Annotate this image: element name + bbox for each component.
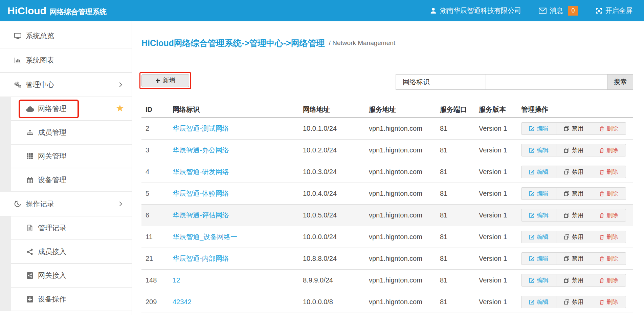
sidebar-item-gateway-management[interactable]: 网关管理 [11, 145, 132, 168]
network-name-link[interactable]: 华辰智通-内部网络 [173, 255, 229, 262]
disable-button[interactable]: 禁用 [556, 166, 591, 178]
edit-button[interactable]: 编辑 [521, 296, 556, 308]
delete-button[interactable]: 删除 [591, 166, 626, 178]
network-name-link[interactable]: 华辰智通-评估网络 [173, 211, 229, 219]
chevron-right-icon [118, 201, 124, 207]
operation-records-submenu: 管理记录 成员接入 网关接入 设备操作 [0, 216, 132, 311]
cell-network-name: 华辰智通-内部网络 [173, 254, 303, 263]
edit-button[interactable]: 编辑 [521, 231, 556, 243]
cell-id: 3 [146, 146, 173, 154]
edit-button[interactable]: 编辑 [521, 166, 556, 178]
sidebar-item-label: 网关接入 [38, 271, 66, 280]
sidebar-item-member-management[interactable]: 成员管理 [11, 121, 132, 145]
add-button[interactable]: 新增 [141, 74, 189, 87]
disable-button-label: 禁用 [572, 276, 583, 284]
cell-server-address: vpn1.hignton.com [369, 125, 440, 132]
sidebar-item-label: 系统总览 [26, 31, 54, 41]
cell-network-name: 42342 [173, 298, 303, 306]
disable-button[interactable]: 禁用 [556, 231, 591, 243]
delete-button[interactable]: 删除 [591, 231, 626, 243]
user-icon [430, 7, 437, 14]
cell-server-port: 81 [440, 211, 479, 219]
table-row: 4 华辰智通-研发网络 10.0.3.0/24 vpn1.hignton.com… [141, 161, 633, 183]
cell-actions: 编辑 禁用 删除 [521, 122, 633, 135]
disable-button[interactable]: 禁用 [556, 252, 591, 265]
app-logo[interactable]: HiCloud 网络综合管理系统 [7, 5, 107, 17]
delete-button[interactable]: 删除 [591, 144, 626, 156]
edit-button[interactable]: 编辑 [521, 144, 556, 156]
sidebar-item-device-operations[interactable]: 设备操作 [11, 288, 132, 311]
disable-button-label: 禁用 [572, 168, 583, 176]
network-name-link[interactable]: 华辰智通-研发网络 [173, 168, 229, 175]
sidebar-item-system-overview[interactable]: 系统总览 [0, 24, 132, 48]
cell-network-name: 华辰智通-评估网络 [173, 211, 303, 220]
cell-id: 148 [146, 276, 173, 284]
brand-subtitle: 网络综合管理系统 [50, 7, 107, 17]
search-button[interactable]: 搜索 [607, 74, 633, 90]
edit-icon [529, 191, 535, 196]
topbar-right: 湖南华辰智通科技有限公司 消息 0 开启全屏 [430, 6, 632, 16]
company-menu[interactable]: 湖南华辰智通科技有限公司 [430, 6, 521, 15]
cell-server-version: Version 1 [479, 190, 521, 197]
edit-button[interactable]: 编辑 [521, 209, 556, 222]
network-name-link[interactable]: 华辰智通-体验网络 [173, 190, 229, 197]
cell-actions: 编辑 禁用 删除 [521, 274, 633, 287]
delete-button[interactable]: 删除 [591, 209, 626, 222]
disable-button-label: 禁用 [572, 255, 583, 262]
disable-button[interactable]: 禁用 [556, 274, 591, 287]
delete-button[interactable]: 删除 [591, 252, 626, 265]
fullscreen-toggle[interactable]: 开启全屏 [596, 6, 632, 15]
delete-button[interactable]: 删除 [591, 296, 626, 308]
delete-button[interactable]: 删除 [591, 187, 626, 200]
network-name-link[interactable]: 华辰智通-办公网络 [173, 146, 229, 154]
sidebar-item-member-access[interactable]: 成员接入 [11, 240, 132, 264]
cell-server-port: 81 [440, 276, 479, 284]
sidebar-item-network-management[interactable]: 网络管理 ★ [11, 97, 132, 121]
disable-button[interactable]: 禁用 [556, 209, 591, 222]
edit-button-label: 编辑 [537, 146, 549, 154]
plus-icon [155, 78, 160, 83]
sidebar-item-admin-center[interactable]: 管理中心 [0, 73, 132, 97]
cell-network-address: 10.0.1.0/24 [303, 125, 369, 132]
delete-button[interactable]: 删除 [591, 274, 626, 287]
edit-button[interactable]: 编辑 [521, 122, 556, 135]
search-input[interactable] [486, 74, 607, 90]
cell-network-address: 10.0.0.0/24 [303, 233, 369, 241]
chevron-right-icon [118, 82, 124, 88]
table-row: 21 华辰智通-内部网络 10.8.8.0/24 vpn1.hignton.co… [141, 248, 633, 270]
plus-square-icon [25, 296, 35, 303]
fullscreen-label: 开启全屏 [605, 6, 632, 15]
network-name-link[interactable]: 12 [173, 276, 180, 284]
top-navbar: HiCloud 网络综合管理系统 湖南华辰智通科技有限公司 消息 0 开启全屏 [0, 0, 644, 21]
delete-button[interactable]: 删除 [591, 122, 626, 135]
disable-button[interactable]: 禁用 [556, 144, 591, 156]
trash-icon [599, 169, 604, 175]
cell-id: 11 [146, 233, 173, 241]
cell-network-name: 华辰智通_设备网络一 [173, 232, 303, 241]
sidebar-item-operation-records[interactable]: 操作记录 [0, 192, 132, 216]
messages-count-badge: 0 [568, 6, 578, 16]
sidebar-item-admin-records[interactable]: 管理记录 [11, 216, 132, 240]
sidebar-item-gateway-access[interactable]: 网关接入 [11, 264, 132, 288]
network-name-link[interactable]: 华辰智通_设备网络一 [173, 233, 237, 240]
cell-server-version: Version 1 [479, 255, 521, 262]
disable-button[interactable]: 禁用 [556, 122, 591, 135]
edit-icon [529, 234, 535, 240]
cell-id: 209 [146, 298, 173, 306]
network-name-link[interactable]: 华辰智通-测试网络 [173, 125, 229, 132]
sidebar-item-label: 操作记录 [26, 199, 54, 209]
messages-menu[interactable]: 消息 0 [539, 6, 578, 16]
edit-icon [529, 212, 535, 218]
sidebar-item-device-management[interactable]: 设备管理 [11, 168, 132, 192]
disable-button[interactable]: 禁用 [556, 296, 591, 308]
disable-button[interactable]: 禁用 [556, 187, 591, 200]
sidebar-item-system-charts[interactable]: 系统图表 [0, 48, 132, 73]
cell-network-name: 12 [173, 276, 303, 284]
sidebar-item-label: 设备操作 [38, 294, 66, 304]
edit-button[interactable]: 编辑 [521, 274, 556, 287]
network-name-link[interactable]: 42342 [173, 298, 192, 306]
sitemap-icon [25, 129, 35, 136]
edit-button[interactable]: 编辑 [521, 252, 556, 265]
favorite-star-icon[interactable]: ★ [116, 104, 124, 113]
edit-button[interactable]: 编辑 [521, 187, 556, 200]
